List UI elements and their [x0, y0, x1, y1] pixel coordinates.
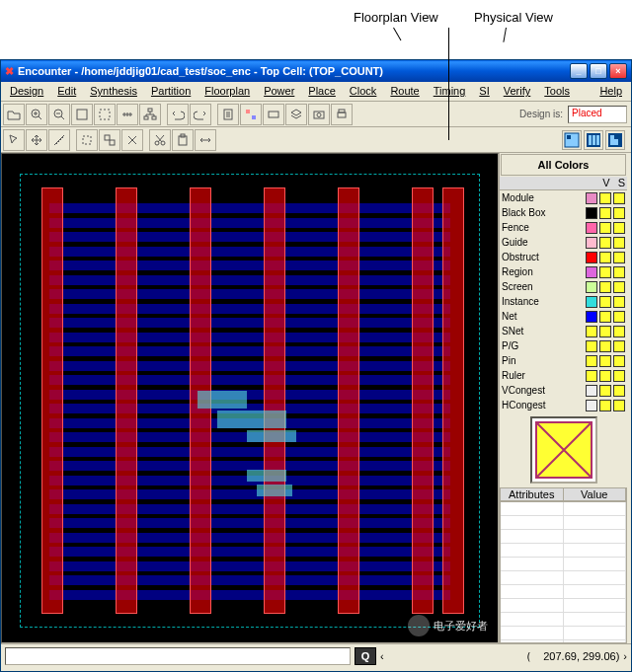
sel-swatch[interactable]: [613, 370, 625, 382]
print-icon[interactable]: [331, 104, 353, 125]
zoom-sel-icon[interactable]: [94, 104, 116, 125]
sel-swatch[interactable]: [613, 207, 625, 219]
zoom-in-icon[interactable]: [26, 104, 47, 125]
highlight-icon[interactable]: [240, 104, 262, 125]
layer-row[interactable]: SNet: [500, 324, 627, 338]
menu-power[interactable]: Power: [257, 82, 301, 101]
menu-verify[interactable]: Verify: [497, 82, 538, 101]
color-swatch[interactable]: [586, 340, 597, 352]
menu-help[interactable]: Help: [592, 82, 629, 101]
color-swatch[interactable]: [586, 207, 597, 219]
menu-clock[interactable]: Clock: [343, 82, 384, 101]
color-swatch[interactable]: [586, 311, 597, 323]
report-icon[interactable]: [217, 104, 239, 125]
table-row[interactable]: [501, 558, 626, 571]
sel-swatch[interactable]: [613, 252, 625, 263]
move-icon[interactable]: [26, 129, 47, 151]
layer-row[interactable]: Region: [500, 264, 627, 279]
vis-swatch[interactable]: [599, 192, 611, 204]
color-swatch[interactable]: [586, 296, 597, 308]
ruler-icon[interactable]: [117, 104, 138, 125]
rect-icon[interactable]: [263, 104, 284, 125]
table-row[interactable]: [501, 516, 626, 530]
floorplan-view-button[interactable]: [562, 130, 582, 150]
sel-swatch[interactable]: [613, 355, 625, 367]
stretch-icon[interactable]: [195, 129, 216, 151]
sel-swatch[interactable]: [613, 222, 625, 234]
sel-swatch[interactable]: [613, 326, 625, 337]
color-swatch[interactable]: [586, 385, 597, 397]
layer-row[interactable]: VCongest: [500, 383, 627, 398]
attribute-table[interactable]: [500, 501, 627, 643]
layer-row[interactable]: Net: [500, 309, 627, 324]
layer-row[interactable]: Instance: [500, 294, 627, 309]
menu-tools[interactable]: Tools: [537, 82, 577, 101]
layer-row[interactable]: P/G: [500, 338, 627, 353]
nav-next[interactable]: ›: [623, 650, 627, 662]
selectall-icon[interactable]: [99, 129, 120, 151]
color-swatch[interactable]: [586, 266, 597, 278]
query-button[interactable]: Q: [355, 647, 376, 665]
layer-row[interactable]: Obstruct: [500, 250, 627, 264]
hilite-icon[interactable]: [121, 129, 143, 151]
table-row[interactable]: [501, 502, 626, 516]
menu-edit[interactable]: Edit: [50, 82, 83, 101]
menu-partition[interactable]: Partition: [144, 82, 198, 101]
vis-swatch[interactable]: [599, 252, 611, 263]
table-row[interactable]: [501, 571, 626, 585]
sel-swatch[interactable]: [613, 385, 625, 397]
vis-swatch[interactable]: [599, 311, 611, 323]
table-row[interactable]: [501, 530, 626, 544]
menu-si[interactable]: SI: [472, 82, 496, 101]
table-row[interactable]: [501, 640, 626, 643]
color-swatch[interactable]: [586, 281, 597, 293]
layers-icon[interactable]: [285, 104, 307, 125]
layer-row[interactable]: Pin: [500, 353, 627, 368]
table-row[interactable]: [501, 585, 626, 599]
sel-swatch[interactable]: [613, 281, 625, 293]
vis-swatch[interactable]: [599, 296, 611, 308]
sel-swatch[interactable]: [613, 400, 625, 411]
menu-place[interactable]: Place: [301, 82, 343, 101]
vis-swatch[interactable]: [599, 326, 611, 337]
camera-icon[interactable]: [308, 104, 330, 125]
sel-swatch[interactable]: [613, 266, 625, 278]
zoom-fit-icon[interactable]: [71, 104, 93, 125]
measure-icon[interactable]: [48, 129, 70, 151]
layer-row[interactable]: Screen: [500, 279, 627, 294]
menu-timing[interactable]: Timing: [427, 82, 473, 101]
nav-prev[interactable]: ‹: [380, 650, 384, 662]
vis-swatch[interactable]: [599, 340, 611, 352]
table-row[interactable]: [501, 613, 626, 627]
cut-icon[interactable]: [149, 129, 171, 151]
titlebar[interactable]: ✖ Encounter - /home/jddjig01/cad_test/so…: [1, 60, 631, 82]
layer-row[interactable]: Module: [500, 190, 627, 205]
amoeba-view-button[interactable]: [605, 130, 625, 150]
hier-icon[interactable]: [139, 104, 161, 125]
maximize-button[interactable]: □: [590, 63, 607, 79]
menu-design[interactable]: Design: [3, 82, 50, 101]
layer-row[interactable]: Ruler: [500, 368, 627, 383]
table-row[interactable]: [501, 627, 626, 640]
color-swatch[interactable]: [586, 222, 597, 234]
menu-route[interactable]: Route: [383, 82, 426, 101]
vis-swatch[interactable]: [599, 400, 611, 411]
layer-row[interactable]: Guide: [500, 235, 627, 250]
sel-swatch[interactable]: [613, 340, 625, 352]
zoom-out-icon[interactable]: [48, 104, 70, 125]
paste-icon[interactable]: [172, 129, 194, 151]
table-row[interactable]: [501, 599, 626, 613]
vis-swatch[interactable]: [599, 281, 611, 293]
vis-swatch[interactable]: [599, 237, 611, 249]
command-input[interactable]: [5, 647, 351, 665]
menu-synthesis[interactable]: Synthesis: [83, 82, 144, 101]
layout-canvas[interactable]: 电子爱好者: [1, 153, 499, 643]
close-button[interactable]: ×: [609, 63, 627, 79]
color-swatch[interactable]: [586, 192, 597, 204]
box-icon[interactable]: [76, 129, 98, 151]
vis-swatch[interactable]: [599, 385, 611, 397]
vis-swatch[interactable]: [599, 207, 611, 219]
vis-swatch[interactable]: [599, 355, 611, 367]
sel-swatch[interactable]: [613, 237, 625, 249]
layer-row[interactable]: Fence: [500, 220, 627, 235]
